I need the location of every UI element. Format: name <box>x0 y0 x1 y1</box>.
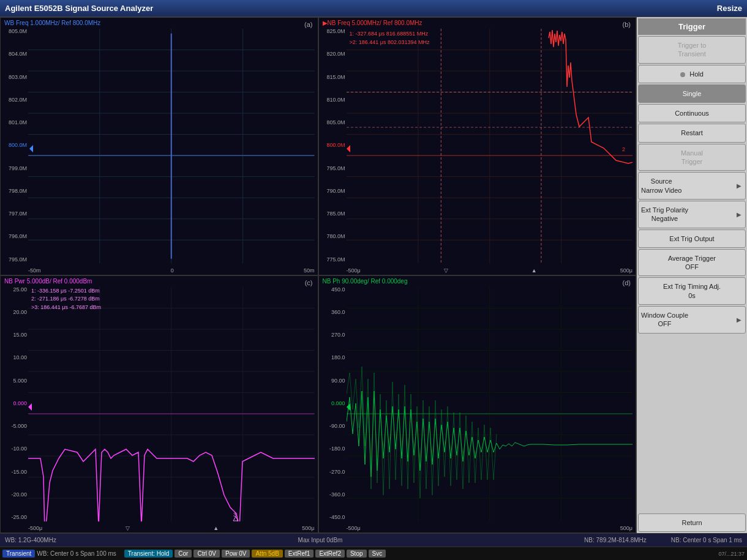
main-area: WB Freq 1.000MHz/ Ref 800.0MHz (a) 805.0… <box>0 17 747 533</box>
chart-draw-b: 2 <box>347 29 633 264</box>
source-narrow-video-button[interactable]: SourceNarrow Video ▶ <box>638 172 746 200</box>
y-axis-a: 805.0M 804.0M 803.0M 802.0M 801.0M 800.0… <box>1 29 28 263</box>
single-button[interactable]: Single <box>638 84 746 103</box>
chart-label-d: (d) <box>623 279 631 286</box>
attn-badge[interactable]: Attn 5dB <box>252 550 282 558</box>
chart-svg-b: 2 <box>347 29 633 264</box>
ext-trig-polarity-button[interactable]: Ext Trig PolarityNegative ▶ <box>638 201 746 228</box>
resize-button[interactable]: Resize <box>717 4 742 13</box>
sidebar-title: Trigger <box>638 18 746 35</box>
chart-draw-a <box>28 29 315 264</box>
chart-svg-a <box>28 29 315 264</box>
ctrl-badge[interactable]: Ctrl 0V <box>193 550 220 558</box>
svg-text:1: 1 <box>82 521 85 522</box>
nb-center-span-status: NB: Center 0 s Span 1 ms <box>671 537 742 543</box>
y-axis-d: 450.0 360.0 270.0 180.0 90.00 0.000 -90.… <box>319 287 347 521</box>
sidebar: Trigger Trigger to Transient Hold Single… <box>637 17 747 533</box>
wb-range-status: WB: 1.2G-400MHz <box>5 537 56 543</box>
continuous-button[interactable]: Continuous <box>638 104 746 122</box>
chart-area: WB Freq 1.000MHz/ Ref 800.0MHz (a) 805.0… <box>0 17 637 533</box>
chart-panel-d[interactable]: NB Ph 90.00deg/ Ref 0.000deg (d) 450.0 3… <box>318 275 637 534</box>
hold-button[interactable]: Hold <box>638 65 746 83</box>
cor-badge[interactable]: Cor <box>175 550 192 558</box>
svg-text:2: 2 <box>622 146 625 152</box>
extref2-badge[interactable]: ExtRef2 <box>315 550 345 558</box>
x-axis-b: -500μ ▽ ▲ 500μ <box>347 267 633 274</box>
x-axis-c: -500μ ▽ ▲ 500μ <box>28 525 315 531</box>
x-axis-a: -50m 0 50m <box>28 267 315 274</box>
chart-svg-c: 1 2 3 <box>28 287 315 522</box>
ext-trig-polarity-arrow: ▶ <box>737 211 741 218</box>
average-trigger-button[interactable]: Average TriggerOFF <box>638 249 746 277</box>
hold-dot <box>680 72 685 77</box>
svg-text:2: 2 <box>100 521 103 522</box>
stop-badge[interactable]: Stop <box>347 550 367 558</box>
marker-info-b: 1: -327.684 μs 816.688551 MHz >2: 186.44… <box>350 30 430 47</box>
manual-trigger-button[interactable]: Manual Trigger <box>638 144 746 171</box>
marker-info-c: 1: -336.158 μs -7.2501 dBm 2: -271.186 μ… <box>31 287 101 312</box>
source-narrow-video-arrow: ▶ <box>737 182 741 190</box>
x-axis-d: -500μ 500μ <box>347 525 633 531</box>
ext-trig-output-button[interactable]: Ext Trig Output <box>638 230 746 248</box>
chart-label-a: (a) <box>304 21 312 28</box>
ext-trig-timing-button[interactable]: Ext Trig Timing Adj.0s <box>638 277 746 305</box>
trigger-to-transient-button[interactable]: Trigger to Transient <box>638 36 746 64</box>
y-axis-b: 825.0M 820.0M 815.0M 810.0M 805.0M 800.0… <box>319 29 347 263</box>
chart-title-d: NB Ph 90.00deg/ Ref 0.000deg <box>323 278 408 285</box>
return-button[interactable]: Return <box>638 513 746 532</box>
nb-range-status: NB: 789.2M-814.8MHz <box>584 537 647 543</box>
y-axis-c: 25.00 20.00 15.00 10.00 5.000 0.000 -5.0… <box>1 287 28 521</box>
svc-badge[interactable]: Svc <box>369 550 386 558</box>
chart-title-b: ▶NB Freq 5.000MHz/ Ref 800.0MHz <box>323 20 422 26</box>
chart-panel-a[interactable]: WB Freq 1.000MHz/ Ref 800.0MHz (a) 805.0… <box>0 17 318 275</box>
chart-draw-d <box>347 287 633 522</box>
status-bar-2: Transient WB: Center 0 s Span 100 ms Tra… <box>0 547 747 560</box>
transient-badge[interactable]: Transient <box>2 550 35 558</box>
chart-label-b: (b) <box>623 21 631 28</box>
restart-button[interactable]: Restart <box>638 124 746 142</box>
status-bar-1: WB: 1.2G-400MHz Max Input 0dBm NB: 789.2… <box>0 533 747 547</box>
chart-draw-c: 1 2 3 <box>28 287 315 522</box>
max-input-status: Max Input 0dBm <box>298 537 343 543</box>
app-title: Agilent E5052B Signal Source Analyzer <box>5 4 153 13</box>
wb-center-span: WB: Center 0 s Span 100 ms <box>37 550 116 557</box>
svg-marker-15 <box>29 145 33 152</box>
hold-badge[interactable]: Transient: Hold <box>124 550 173 558</box>
svg-marker-52 <box>28 403 32 411</box>
chart-panel-c[interactable]: NB Pwr 5.000dB/ Ref 0.000dBm (c) 1: -336… <box>0 275 318 534</box>
chart-title-c: NB Pwr 5.000dB/ Ref 0.000dBm <box>4 278 92 285</box>
svg-marker-74 <box>347 403 350 411</box>
chart-panel-b[interactable]: ▶NB Freq 5.000MHz/ Ref 800.0MHz (b) 1: -… <box>318 17 637 275</box>
extref1-badge[interactable]: ExtRef1 <box>285 550 314 558</box>
svg-marker-34 <box>347 145 350 152</box>
pow-badge[interactable]: Pow 0V <box>222 550 250 558</box>
window-couple-button[interactable]: Window CoupleOFF ▶ <box>638 306 746 334</box>
chart-label-c: (c) <box>305 279 313 286</box>
chart-svg-d <box>347 287 633 522</box>
datetime: 07/...21:37 <box>718 551 745 557</box>
window-couple-arrow: ▶ <box>737 316 741 324</box>
title-bar: Agilent E5052B Signal Source Analyzer Re… <box>0 0 747 17</box>
chart-title-a: WB Freq 1.000MHz/ Ref 800.0MHz <box>4 20 100 26</box>
